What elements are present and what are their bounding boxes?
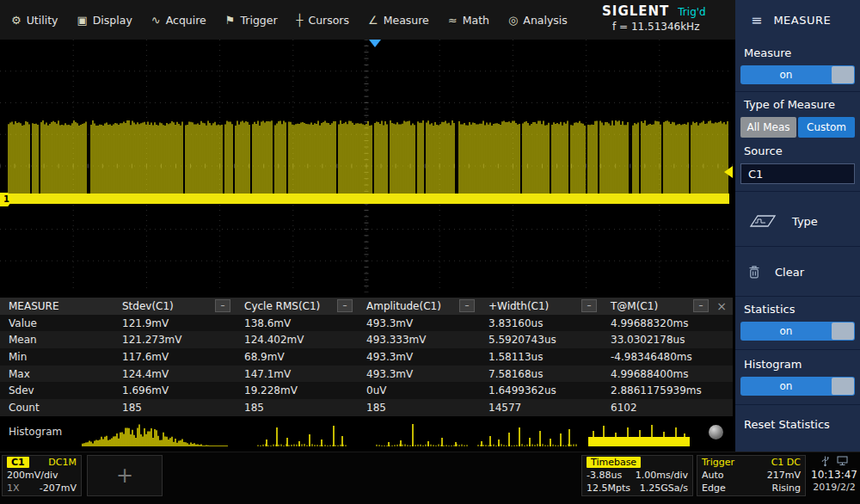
trigger-slope: Rising <box>772 482 801 494</box>
trigger-mode: Auto <box>702 470 724 481</box>
utility-icon: ⚙ <box>11 14 22 27</box>
measurement-value: 1.6499362us <box>480 384 602 396</box>
channel-scale: 200mV/div <box>7 470 58 481</box>
table-header-row: MEASUREStdev(C1)–Cycle RMS(C1)–Amplitude… <box>0 298 733 315</box>
table-row: Mean121.273mV124.402mV493.333mV5.5920743… <box>0 331 733 348</box>
menu-item-display[interactable]: ▣Display <box>67 0 141 40</box>
menu-item-utility[interactable]: ⚙Utility <box>2 0 67 40</box>
column-header: Amplitude(C1)– <box>358 299 480 312</box>
clear-button[interactable]: Clear <box>735 253 860 291</box>
measurement-value: 7.58168us <box>480 368 602 380</box>
table-row: Sdev1.696mV19.228mV0uV1.6499362us2.88611… <box>0 382 733 399</box>
measurement-value: 2.8861175939ms <box>602 384 714 396</box>
menu-label: Measure <box>384 14 429 27</box>
source-label: Source <box>744 144 783 157</box>
measure-toggle[interactable]: on <box>740 65 855 84</box>
trigger-level-marker[interactable] <box>724 166 733 178</box>
trigger-position-marker[interactable] <box>369 40 381 47</box>
scroll-knob[interactable] <box>709 425 723 439</box>
statistics-toggle[interactable]: on <box>740 322 855 341</box>
channel-offset: -207mV <box>40 482 77 494</box>
table-row: Min117.6mV68.9mV493.3mV1.58113us-4.98346… <box>0 348 733 366</box>
menu-item-acquire[interactable]: ∿Acquire <box>142 0 216 40</box>
column-header: Stdev(C1)– <box>114 299 236 312</box>
column-minimize-button[interactable]: – <box>337 299 353 312</box>
menu-label: Display <box>93 14 132 27</box>
channel-probe: 1X <box>7 482 20 494</box>
measure-section-label: Measure <box>744 46 791 59</box>
column-header: +Width(C1)– <box>480 299 602 312</box>
column-minimize-button[interactable]: – <box>581 299 597 312</box>
timebase-badge: Timebase <box>587 457 641 468</box>
table-row: Value121.9mV138.6mV493.3mV3.83160us4.996… <box>0 315 733 332</box>
measure-icon: ∠ <box>368 14 378 27</box>
timebase-info[interactable]: Timebase -3.88us 1.00ms/div 12.5Mpts 1.2… <box>581 455 693 496</box>
trigger-frequency: f = 11.51346kHz <box>602 21 731 33</box>
menu-item-analysis[interactable]: ◎Analysis <box>499 0 577 40</box>
row-label: Min <box>0 351 114 363</box>
trigger-level: 217mV <box>767 470 801 481</box>
add-icon: + <box>116 465 133 486</box>
measurement-value: -4.98346480ms <box>602 351 714 363</box>
measurement-value: 3.83160us <box>480 317 602 329</box>
all-meas-button[interactable]: All Meas <box>740 117 796 138</box>
histogram-plot <box>0 418 733 451</box>
trigger-source: C1 DC <box>771 457 801 468</box>
measurement-table: × MEASUREStdev(C1)–Cycle RMS(C1)–Amplitu… <box>0 298 733 416</box>
row-label: Count <box>0 402 114 414</box>
menu-label: Math <box>463 14 489 27</box>
measurement-value: 493.333mV <box>358 334 480 346</box>
reset-statistics-button[interactable]: Reset Statistics <box>744 418 830 431</box>
status-bar: C1 DC1M 200mV/div 1X -207mV + Timebase -… <box>0 452 860 504</box>
menu-item-cursors[interactable]: ┼Cursors <box>287 0 359 40</box>
waveform-display: 1 <box>0 40 733 292</box>
measurement-value: 124.4mV <box>114 368 236 380</box>
usb-icon <box>820 455 830 467</box>
display-icon: ▣ <box>77 14 87 27</box>
toggle-knob <box>832 323 854 340</box>
toggle-knob <box>832 66 854 83</box>
trigger-info[interactable]: Trigger C1 DC Auto 217mV Edge Rising <box>697 455 806 496</box>
menu-item-trigger[interactable]: ⚑Trigger <box>216 0 287 40</box>
measurement-value: 33.0302178us <box>602 334 714 346</box>
column-minimize-button[interactable]: – <box>693 299 709 312</box>
timebase-delay: -3.88us <box>587 470 622 481</box>
trigger-label: Trigger <box>702 457 734 468</box>
column-minimize-button[interactable]: – <box>215 299 230 312</box>
measurement-value: 124.402mV <box>236 334 358 346</box>
row-label: Mean <box>0 334 114 346</box>
measurement-value: 147.1mV <box>236 368 358 380</box>
source-select[interactable]: C1 <box>740 163 855 184</box>
table-row: Count185185185145776102 <box>0 399 733 416</box>
clock: 10:13:47 2019/2/2 <box>809 454 859 493</box>
measurement-value: 121.9mV <box>114 317 236 329</box>
menu-item-measure[interactable]: ∠Measure <box>359 0 439 40</box>
measurement-value: 0uV <box>358 384 480 396</box>
type-button[interactable]: Type <box>735 200 860 243</box>
menu-items: ⚙Utility▣Display∿Acquire⚑Trigger┼Cursors… <box>2 0 577 40</box>
row-label: Max <box>0 368 114 380</box>
timebase-rate: 1.25GSa/s <box>640 482 688 494</box>
table-row: Max124.4mV147.1mV493.3mV7.58168us4.99688… <box>0 366 733 383</box>
histogram-toggle[interactable]: on <box>740 377 855 396</box>
channel1-info[interactable]: C1 DC1M 200mV/div 1X -207mV <box>2 455 82 496</box>
measure-sidebar: Measure on Type of Measure All Meas Cust… <box>735 40 860 452</box>
oscilloscope-ui: ⚙Utility▣Display∿Acquire⚑Trigger┼Cursors… <box>0 0 860 504</box>
toggle-knob <box>832 378 854 395</box>
statistics-label: Statistics <box>744 303 795 316</box>
channel1-badge: C1 <box>7 457 29 468</box>
custom-button[interactable]: Custom <box>798 117 855 138</box>
panel-header[interactable]: ≡ MEASURE <box>735 0 860 40</box>
menu-label: Acquire <box>166 14 206 27</box>
table-close-button[interactable]: × <box>714 299 729 313</box>
column-minimize-button[interactable]: – <box>459 299 475 312</box>
add-channel-button[interactable]: + <box>87 455 163 496</box>
measurement-value: 121.273mV <box>114 334 236 346</box>
measurement-value: 1.696mV <box>114 384 236 396</box>
menu-item-math[interactable]: ≈Math <box>439 0 499 40</box>
measure-type-icon <box>747 212 778 230</box>
histogram-row: Histogram <box>0 418 733 451</box>
measurement-value: 4.99688400ms <box>602 368 714 380</box>
cursors-icon: ┼ <box>297 14 304 27</box>
measurement-value: 138.6mV <box>236 317 358 329</box>
